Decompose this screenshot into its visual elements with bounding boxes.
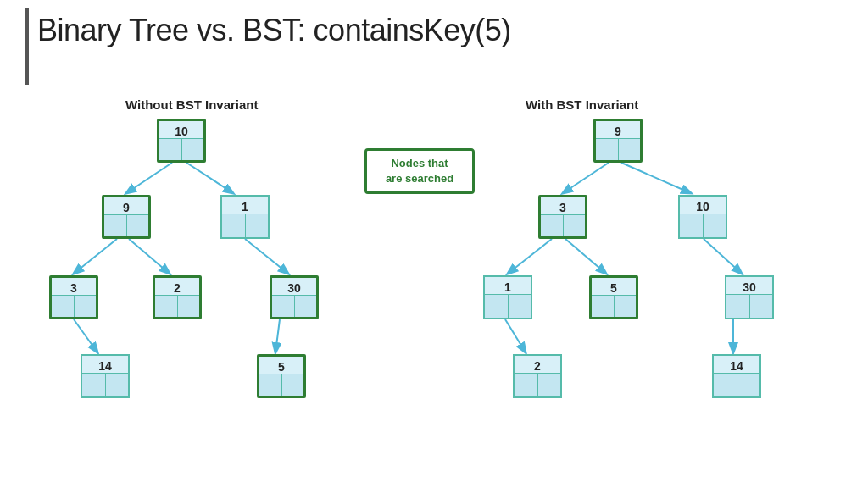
node-14-right: 14: [712, 354, 761, 398]
legend-box: Nodes thatare searched: [364, 148, 475, 194]
node-2-right: 2: [513, 354, 562, 398]
svg-line-0: [126, 163, 172, 193]
svg-line-5: [74, 319, 97, 352]
node-10-left: 10: [157, 119, 206, 163]
node-30-right: 30: [725, 275, 774, 319]
node-5-right: 5: [589, 275, 638, 319]
svg-line-4: [245, 239, 288, 274]
node-9-left: 9: [102, 195, 151, 239]
left-section-label: Without BST Invariant: [125, 97, 259, 112]
node-9-right: 9: [593, 119, 643, 163]
svg-line-7: [563, 163, 609, 193]
node-2-left: 2: [153, 275, 202, 319]
legend-text: Nodes thatare searched: [386, 157, 453, 185]
page-title: Binary Tree vs. BST: containsKey(5): [37, 13, 511, 48]
svg-line-9: [508, 239, 552, 274]
svg-line-8: [621, 163, 691, 193]
svg-line-12: [505, 319, 526, 352]
svg-line-10: [565, 239, 606, 274]
svg-line-1: [186, 163, 233, 193]
svg-line-2: [74, 239, 117, 274]
node-3-right: 3: [538, 195, 587, 239]
node-1-right: 1: [483, 275, 532, 319]
node-5-left: 5: [257, 354, 306, 398]
node-14-left: 14: [81, 354, 130, 398]
node-10-right: 10: [678, 195, 727, 239]
right-section-label: With BST Invariant: [526, 97, 638, 112]
node-1-left: 1: [220, 195, 270, 239]
left-bar: [25, 8, 29, 85]
svg-line-3: [129, 239, 170, 274]
svg-line-11: [704, 239, 742, 274]
arrows-svg: [0, 0, 868, 488]
node-3-left: 3: [49, 275, 98, 319]
svg-line-6: [275, 319, 280, 352]
node-30-left: 30: [270, 275, 319, 319]
